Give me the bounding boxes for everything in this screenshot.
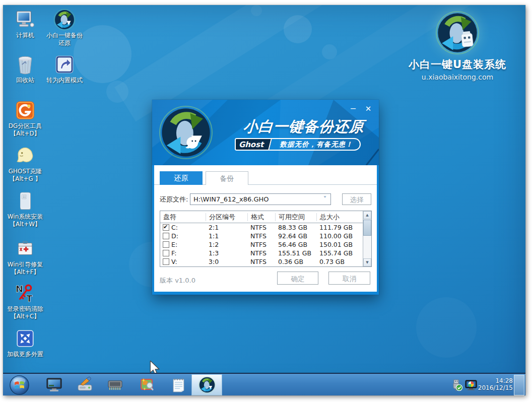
desktop-icon-boot-repair[interactable]: Win引导修复【Alt+F】 (3, 238, 47, 276)
table-row[interactable]: E: 1:2 NTFS 56.46 GB 150.01 GB (160, 240, 371, 249)
cell-total: 111.79 GB (316, 224, 357, 231)
desktop-icon-label: 计算机 (16, 32, 34, 39)
cell-partition: 1:1 (206, 232, 247, 240)
taskbar: 14:28 2016/12/15 (3, 373, 525, 395)
ok-button[interactable]: 确定 (277, 272, 318, 285)
computer-icon (15, 9, 36, 30)
table-scrollbar[interactable]: ▲ ▼ (363, 211, 371, 266)
bokeh-circle (416, 297, 477, 358)
desktop-icon-recycle-bin[interactable]: 回收站 (3, 54, 47, 84)
tab-restore[interactable]: 还原 (160, 171, 203, 185)
desktop-icon-dg-partition[interactable]: DG分区工具【Alt+D】 (3, 100, 47, 138)
restore-file-value: H:\WIN7_612_x86.GHO (193, 195, 269, 203)
row-checkbox[interactable] (163, 224, 169, 231)
brand-title: 小白一键U盘装系统 (405, 57, 510, 72)
desktop-icon-label: 转为内置模式 (46, 77, 83, 84)
partition-table: 盘符 分区编号 格式 可用空间 总大小 C: 2:1 NTFS 88.33 GB… (160, 211, 372, 267)
ghost-icon (15, 145, 36, 166)
taskbar-clock[interactable]: 14:28 2016/12/15 (476, 377, 513, 391)
password-clear-icon: N T (15, 283, 36, 304)
cell-partition: 1:2 (206, 241, 247, 248)
cell-free: 92.64 GB (275, 232, 316, 240)
bokeh-circle (106, 81, 128, 103)
desktop-icon-ghost-clone[interactable]: GHOST克隆【Alt+G 】 (3, 145, 47, 183)
row-checkbox[interactable] (163, 258, 169, 265)
start-button[interactable] (9, 375, 30, 395)
scroll-up-icon[interactable]: ▲ (363, 211, 371, 219)
desktop-icon-xiaobai-backup[interactable]: 小白一键备份还原 (42, 9, 87, 47)
desktop-icon-label: DG分区工具【Alt+D】 (4, 122, 46, 138)
taskbar-display-icon[interactable] (46, 376, 62, 393)
cell-total: 0.73 GB (316, 258, 357, 265)
desktop-icon-label: 回收站 (16, 77, 34, 84)
col-partition: 分区编号 (206, 213, 247, 221)
cell-drive: V: (171, 258, 177, 265)
desktop-icon-label: 加载更多外置 (7, 351, 43, 358)
minimize-button[interactable]: — (348, 104, 359, 114)
recycle-bin-icon (15, 54, 36, 75)
col-free: 可用空间 (275, 213, 316, 221)
bokeh-circle (284, 15, 312, 43)
backup-restore-icon (198, 376, 216, 393)
desktop-icon-load-more[interactable]: 加载更多外置 (3, 328, 47, 358)
brand-url: u.xiaobaixitong.com (405, 73, 510, 81)
tray-usb-icon[interactable] (450, 378, 463, 391)
cell-free: 0.36 GB (275, 258, 316, 265)
scrollbar-thumb[interactable] (363, 220, 371, 236)
cell-partition: 3:0 (206, 258, 247, 265)
taskbar-memory-icon[interactable] (107, 376, 123, 393)
cancel-button[interactable]: 取消 (328, 272, 370, 285)
bokeh-circle (251, 5, 262, 16)
restore-file-row: 还原文件: H:\WIN7_612_x86.GHO ˅ 选择 (154, 193, 377, 205)
table-row[interactable]: D: 1:1 NTFS 92.64 GB 110.00 GB (160, 232, 371, 240)
close-button[interactable]: ✕ (363, 104, 374, 114)
chevron-down-icon[interactable]: ˅ (321, 194, 328, 205)
desktop-icon-label: GHOST克隆【Alt+G 】 (4, 168, 46, 183)
desktop-icon-password-clear[interactable]: N T 登录密码清除【Alt+C】 (3, 283, 47, 320)
svg-text:N: N (16, 284, 23, 294)
row-checkbox[interactable] (163, 241, 169, 248)
col-drive: 盘符 (160, 213, 206, 221)
desktop-icon-label: Win系统安装【Alt+W】 (4, 213, 46, 228)
desktop-icon-computer[interactable]: 计算机 (3, 9, 47, 39)
cell-format: NTFS (247, 249, 275, 257)
bokeh-circle (322, 44, 337, 59)
cell-format: NTFS (247, 258, 275, 265)
col-total: 总大小 (316, 213, 357, 221)
svg-text:T: T (26, 293, 33, 304)
cell-free: 155.51 GB (275, 249, 316, 257)
taskbar-disk-cleanup-icon[interactable] (77, 376, 93, 393)
taskbar-notepad-icon[interactable] (170, 376, 187, 393)
load-more-icon (15, 328, 36, 349)
clock-date: 2016/12/15 (476, 384, 513, 391)
cell-free: 88.33 GB (275, 224, 316, 231)
row-checkbox[interactable] (163, 233, 169, 239)
taskbar-capture-tool-icon[interactable] (139, 376, 156, 393)
cell-partition: 1:3 (206, 249, 247, 257)
desktop-screen: 小白一键U盘装系统 u.xiaobaixitong.com 计算机 小白一键备份… (3, 5, 525, 395)
restore-file-combobox[interactable]: H:\WIN7_612_x86.GHO ˅ (190, 193, 331, 205)
cell-format: NTFS (247, 224, 275, 231)
col-format: 格式 (247, 213, 275, 221)
taskbar-active-app-xiaobai[interactable] (191, 374, 222, 395)
tab-backup[interactable]: 备份 (206, 171, 248, 185)
show-desktop-button[interactable] (514, 375, 524, 395)
row-checkbox[interactable] (163, 250, 169, 256)
cell-format: NTFS (247, 241, 275, 248)
cell-format: NTFS (247, 232, 275, 240)
desktop-icon-label: 登录密码清除【Alt+C】 (4, 305, 46, 320)
ghost-badge: Ghost 数据无价，有备无患！ (235, 138, 361, 151)
table-row[interactable]: F: 1:3 NTFS 155.51 GB 155.74 GB (160, 249, 371, 257)
dialog-body: 还原 备份 还原文件: H:\WIN7_612_x86.GHO ˅ 选择 盘符 … (154, 165, 377, 292)
win-install-icon (15, 190, 36, 212)
desktop-icon-builtin-mode[interactable]: 转为内置模式 (42, 54, 87, 84)
choose-button[interactable]: 选择 (342, 193, 371, 205)
desktop-icon-win-install[interactable]: Win系统安装【Alt+W】 (3, 190, 47, 228)
scroll-down-icon[interactable]: ▼ (363, 258, 371, 266)
dialog-title: 小白一键备份还原 (235, 117, 373, 137)
brand-block: 小白一键U盘装系统 u.xiaobaixitong.com (405, 11, 510, 81)
backup-restore-dialog: 小白一键备份还原 Ghost 数据无价，有备无患！ — ✕ 还原 备份 还原文件… (152, 100, 379, 295)
table-row[interactable]: C: 2:1 NTFS 88.33 GB 111.79 GB (160, 223, 371, 232)
table-row[interactable]: V: 3:0 NTFS 0.36 GB 0.73 GB (160, 257, 371, 266)
cell-partition: 2:1 (206, 224, 247, 231)
